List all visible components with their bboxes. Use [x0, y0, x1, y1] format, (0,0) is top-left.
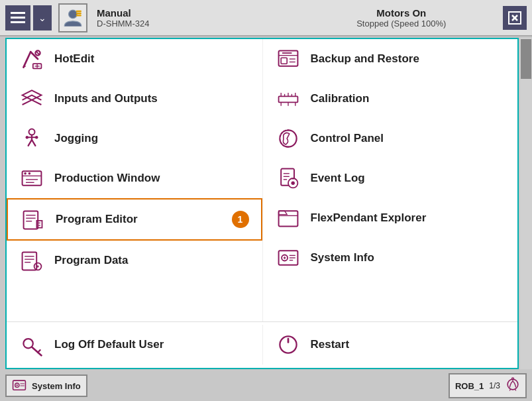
hot-edit-label: HotEdit: [54, 52, 94, 66]
system-info-menu-icon: [275, 245, 301, 271]
svg-rect-3: [76, 15, 81, 16]
svg-line-72: [38, 350, 40, 353]
menu-column-right: Backup and Restore: [262, 39, 518, 321]
header-mode: Manual D-SHMM-324: [97, 7, 300, 29]
control-panel-icon: [275, 125, 301, 152]
svg-line-7: [23, 52, 30, 67]
menu-item-inputs-outputs[interactable]: Inputs and Outputs: [7, 79, 262, 119]
footer-fraction: 1/3: [489, 381, 500, 390]
calibration-icon: [275, 86, 301, 112]
menu-column-left: HotEdit Inputs and Outputs: [7, 39, 262, 321]
header-left: ⌄: [5, 3, 87, 32]
program-editor-badge: 1: [232, 211, 249, 228]
menu-item-program-data[interactable]: Program Data: [7, 241, 262, 280]
svg-point-20: [35, 136, 38, 139]
menu-item-restart[interactable]: Restart: [262, 325, 518, 365]
svg-line-10: [36, 52, 39, 54]
footer-robot-icon: [505, 377, 520, 394]
svg-line-17: [32, 140, 35, 146]
svg-point-19: [26, 136, 29, 139]
calibration-label: Calibration: [311, 92, 370, 105]
backup-restore-label: Backup and Restore: [311, 52, 419, 66]
program-data-icon: [19, 247, 45, 274]
svg-line-16: [28, 140, 32, 146]
jogging-icon: [19, 125, 45, 152]
status-bottom: Stopped (Speed 100%): [300, 19, 504, 29]
control-panel-label: Control Panel: [311, 132, 384, 145]
program-editor-icon: [20, 206, 46, 233]
mode-label: Manual: [97, 7, 300, 19]
menu-item-control-panel[interactable]: Control Panel: [263, 119, 518, 158]
device-label: D-SHMM-324: [97, 19, 300, 29]
menu-item-program-editor[interactable]: Program Editor 1: [7, 198, 262, 241]
chevron-down-button[interactable]: ⌄: [33, 5, 52, 30]
svg-rect-2: [76, 13, 81, 14]
production-window-icon: [19, 165, 45, 192]
menu-item-production-window[interactable]: Production Window: [7, 158, 262, 198]
user-icon-box[interactable]: [58, 3, 87, 32]
scrollbar[interactable]: [520, 38, 532, 369]
production-window-label: Production Window: [54, 172, 160, 185]
program-data-label: Program Data: [54, 254, 128, 267]
backup-restore-icon: [275, 46, 301, 72]
svg-point-23: [24, 172, 27, 175]
scrollbar-thumb[interactable]: [521, 39, 531, 79]
menu-item-jogging[interactable]: Jogging: [7, 119, 262, 158]
restart-label: Restart: [311, 338, 350, 351]
exit-button[interactable]: [503, 6, 527, 30]
menu-container: HotEdit Inputs and Outputs: [5, 38, 519, 369]
svg-point-57: [291, 182, 294, 185]
flexpendant-explorer-icon: [275, 205, 301, 231]
menu-item-log-off[interactable]: Log Off Default User: [7, 325, 262, 365]
svg-point-14: [29, 129, 35, 135]
footer-system-info-label: System Info: [32, 381, 81, 391]
key-icon: [19, 331, 45, 358]
svg-point-0: [69, 10, 78, 19]
menu-item-calibration[interactable]: Calibration: [263, 79, 518, 119]
restart-icon: [275, 331, 301, 358]
menu-item-event-log[interactable]: Event Log: [263, 158, 518, 198]
svg-rect-1: [76, 10, 81, 11]
exit-icon: [507, 10, 523, 26]
svg-rect-43: [281, 58, 287, 64]
menu-item-backup-restore[interactable]: Backup and Restore: [263, 39, 518, 79]
footer: System Info ROB_1 1/3: [0, 371, 532, 401]
inputs-outputs-icon: [19, 86, 45, 112]
event-log-icon: [275, 165, 301, 192]
header: ⌄ Manual D-SHMM-324 Motors On Stopped (S…: [0, 0, 532, 36]
hamburger-button[interactable]: [5, 5, 30, 30]
flexpendant-explorer-label: FlexPendant Explorer: [311, 211, 427, 225]
menu-item-system-info-menu[interactable]: System Info: [263, 238, 518, 278]
footer-system-info-button[interactable]: System Info: [5, 374, 87, 397]
jogging-label: Jogging: [54, 132, 98, 145]
svg-rect-27: [24, 211, 38, 229]
menu-item-flexpendant-explorer[interactable]: FlexPendant Explorer: [263, 198, 518, 238]
hotedit-icon: [19, 46, 45, 72]
program-editor-label: Program Editor: [56, 213, 138, 226]
svg-rect-46: [278, 96, 297, 102]
status-top: Motors On: [300, 7, 504, 19]
header-status: Motors On Stopped (Speed 100%): [300, 7, 504, 29]
log-off-label: Log Off Default User: [54, 338, 164, 351]
user-icon: [62, 7, 83, 29]
system-info-menu-label: System Info: [311, 251, 374, 264]
event-log-label: Event Log: [311, 172, 365, 185]
svg-point-24: [28, 172, 31, 175]
svg-rect-62: [278, 211, 297, 226]
footer-system-info-icon: [12, 378, 27, 393]
menu-item-hot-edit[interactable]: HotEdit: [7, 39, 262, 79]
footer-rob-button[interactable]: ROB_1 1/3: [449, 373, 527, 398]
inputs-outputs-label: Inputs and Outputs: [54, 92, 158, 105]
footer-rob-label: ROB_1: [455, 381, 484, 391]
